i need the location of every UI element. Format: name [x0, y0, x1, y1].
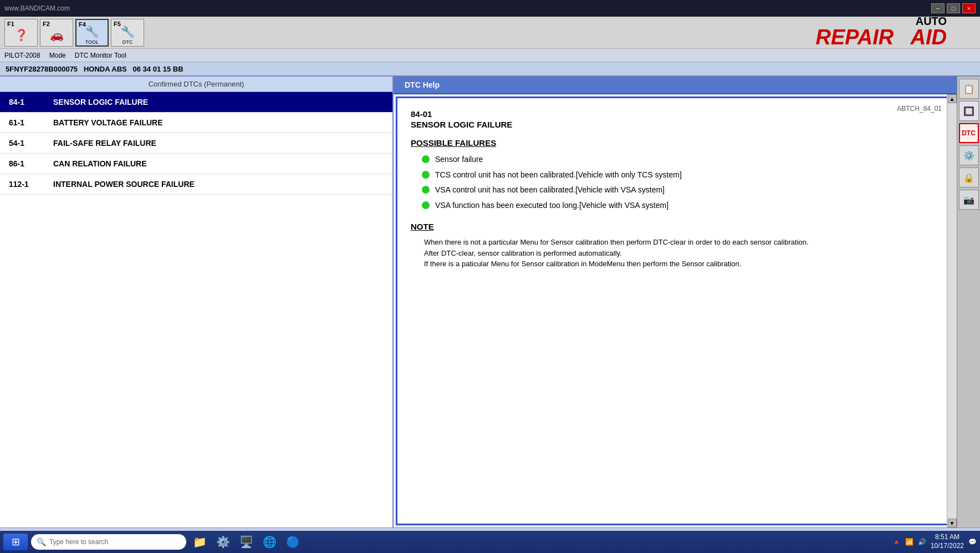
bullet-1: [422, 155, 430, 163]
failure-item-3: VSA control unit has not been calibrated…: [422, 185, 940, 196]
f5-icon: 🔧: [121, 25, 135, 38]
taskbar-icon-app[interactable]: 🔵: [283, 532, 303, 552]
dtc-title-code: 84-01: [411, 109, 940, 119]
dtc-desc-84-1: SENSOR LOGIC FAILURE: [53, 98, 148, 106]
menu-mode[interactable]: Mode: [49, 52, 66, 59]
left-panel: Confirmed DTCs (Permanent) 84-1 SENSOR L…: [0, 77, 394, 527]
taskbar-wifi-icon: 📶: [905, 538, 913, 546]
scroll-down-button[interactable]: ▼: [948, 519, 957, 527]
f5-label: F5: [114, 21, 121, 27]
search-icon: 🔍: [37, 537, 46, 546]
f2-button[interactable]: F2 🚗: [40, 19, 73, 47]
sidebar-icon-5[interactable]: 📷: [959, 190, 979, 210]
title-bar: www.BANDICAM.com − □ ×: [0, 0, 980, 17]
failure-text-1: Sensor failure: [435, 154, 483, 165]
f5-btn-label: DTC: [122, 39, 133, 45]
logo-repair-aid: REPAIR AID: [816, 27, 947, 48]
doc-id: ABTCH_84_01: [897, 105, 942, 113]
taskbar: ⊞ 🔍 Type here to search 📁 ⚙️ 🖥️ 🌐 🔵 🔺 📶 …: [0, 531, 980, 553]
note-section: NOTE When there is not a particular Menu…: [411, 222, 940, 270]
dtc-code-61-1: 61-1: [9, 118, 53, 127]
vin-vehicle-info: 5FNYF28278B000075 HONDA ABS 06 34 01 15 …: [6, 65, 183, 73]
sidebar-icon-3[interactable]: ⚙️: [959, 145, 979, 165]
failure-text-4: VSA function has been executed too long.…: [435, 200, 668, 211]
dtc-row-86-1[interactable]: 86-1 CAN RELATION FAILURE: [0, 154, 392, 174]
minimize-button[interactable]: −: [931, 3, 945, 13]
maximize-button[interactable]: □: [947, 3, 960, 13]
dtc-desc-86-1: CAN RELATION FAILURE: [53, 159, 147, 168]
possible-failures-title: POSSIBLE FAILURES: [411, 138, 940, 148]
dtc-help-content: ABTCH_84_01 84-01 SENSOR LOGIC FAILURE P…: [396, 97, 955, 525]
f5-button[interactable]: F5 🔧 DTC: [111, 19, 144, 47]
dtc-desc-54-1: FAIL-SAFE RELAY FAILURE: [53, 139, 156, 148]
notification-chevron[interactable]: 🔺: [892, 538, 901, 546]
dtc-code-54-1: 54-1: [9, 139, 53, 148]
taskbar-volume-icon: 🔊: [918, 538, 926, 546]
f4-btn-label: TOOL: [85, 39, 99, 45]
f2-label: F2: [43, 21, 50, 27]
title-bar-controls: − □ ×: [931, 3, 976, 13]
f1-label: F1: [7, 21, 14, 27]
failure-text-3: VSA control unit has not been calibrated…: [435, 185, 665, 196]
logo-aid: AID: [911, 26, 947, 49]
sidebar-icon-1[interactable]: 📋: [959, 79, 979, 99]
sidebar-icon-4[interactable]: 🔒: [959, 168, 979, 187]
f1-icon: ❓: [14, 28, 28, 42]
close-button[interactable]: ×: [962, 3, 976, 13]
taskbar-icon-remote[interactable]: 🖥️: [236, 532, 256, 552]
failure-item-2: TCS control unit has not been calibrated…: [422, 170, 940, 181]
bullet-2: [422, 171, 430, 179]
system-clock: 8:51 AM 10/17/2022: [931, 533, 964, 550]
vehicle-code: 06 34 01 15 BB: [133, 65, 183, 73]
f4-label: F4: [79, 21, 86, 28]
clock-time: 8:51 AM: [931, 533, 964, 542]
vin-number: 5FNYF28278B000075: [6, 65, 78, 73]
note-title: NOTE: [411, 222, 940, 231]
dtc-row-84-1[interactable]: 84-1 SENSOR LOGIC FAILURE: [0, 92, 392, 113]
dtc-code-112-1: 112-1: [9, 180, 53, 189]
failure-item-4: VSA function has been executed too long.…: [422, 200, 940, 211]
logo-repair: REPAIR: [816, 26, 894, 49]
notification-icon[interactable]: 💬: [968, 538, 977, 546]
bullet-3: [422, 186, 430, 194]
taskbar-icon-settings[interactable]: ⚙️: [213, 532, 233, 552]
failure-text-2: TCS control unit has not been calibrated…: [435, 170, 682, 181]
menu-bar: PILOT-2008 Mode DTC Monitor Tool: [0, 49, 980, 62]
vehicle-name: HONDA ABS: [84, 65, 127, 73]
clock-date: 10/17/2022: [931, 542, 964, 551]
dtc-code-84-1: 84-1: [9, 98, 53, 106]
logo-auto: AUTO: [816, 16, 947, 27]
dtc-row-61-1[interactable]: 61-1 BATTERY VOLTAGE FAILURE: [0, 113, 392, 133]
taskbar-icon-browser[interactable]: 🌐: [259, 532, 279, 552]
info-bar: 5FNYF28278B000075 HONDA ABS 06 34 01 15 …: [0, 62, 980, 77]
f4-icon: 🔧: [85, 25, 99, 38]
logo-area: AUTO REPAIR AID: [816, 16, 947, 48]
f1-button[interactable]: F1 ❓: [4, 19, 38, 47]
start-button[interactable]: ⊞: [3, 534, 28, 550]
dtc-row-54-1[interactable]: 54-1 FAIL-SAFE RELAY FAILURE: [0, 133, 392, 154]
dtc-desc-112-1: INTERNAL POWER SOURCE FAILURE: [53, 180, 195, 189]
left-panel-header: Confirmed DTCs (Permanent): [0, 77, 392, 92]
note-text: When there is not a particular Menu for …: [411, 237, 940, 270]
taskbar-right: 🔺 📶 🔊 8:51 AM 10/17/2022 💬: [892, 533, 977, 550]
sidebar-icon-dtc[interactable]: DTC: [959, 123, 979, 143]
dtc-desc-61-1: BATTERY VOLTAGE FAILURE: [53, 118, 163, 127]
menu-dtc-monitor[interactable]: DTC Monitor Tool: [75, 52, 126, 59]
right-sidebar: 📋 🔲 DTC ⚙️ 🔒 📷: [957, 77, 980, 527]
scroll-up-button[interactable]: ▲: [948, 94, 957, 103]
dtc-help-tab[interactable]: DTC Help: [394, 77, 957, 94]
sidebar-icon-2[interactable]: 🔲: [959, 101, 979, 121]
bullet-4: [422, 201, 430, 209]
menu-pilot[interactable]: PILOT-2008: [4, 52, 40, 59]
dtc-title-description: SENSOR LOGIC FAILURE: [411, 120, 940, 129]
taskbar-icon-files[interactable]: 📁: [190, 532, 210, 552]
failure-item-1: Sensor failure: [422, 154, 940, 165]
dtc-row-112-1[interactable]: 112-1 INTERNAL POWER SOURCE FAILURE: [0, 174, 392, 195]
taskbar-search-box[interactable]: 🔍 Type here to search: [31, 534, 186, 550]
toolbar: F1 ❓ F2 🚗 F4 🔧 TOOL F5 🔧 DTC AUTO REPAIR…: [0, 17, 980, 49]
title-bar-text: www.BANDICAM.com: [4, 4, 70, 12]
f2-icon: 🚗: [50, 28, 64, 42]
f4-button[interactable]: F4 🔧 TOOL: [75, 19, 109, 47]
dtc-code-86-1: 86-1: [9, 159, 53, 168]
scrollbar[interactable]: ▲ ▼: [947, 94, 957, 527]
